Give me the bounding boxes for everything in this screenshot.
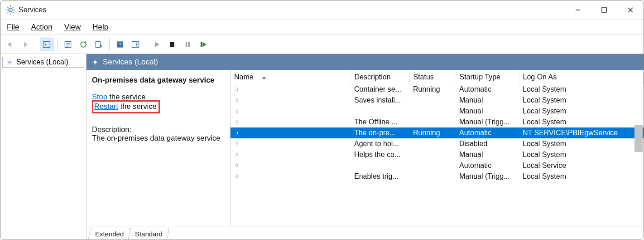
- description-text: The on-premises data gateway service: [92, 134, 224, 142]
- restart-service-button[interactable]: [196, 38, 210, 51]
- service-startup-type: Disabled: [456, 138, 519, 149]
- service-description: Saves install...: [351, 95, 409, 106]
- service-log-on-as: Local System: [519, 171, 644, 182]
- column-header-log-on-as[interactable]: Log On As: [519, 70, 644, 84]
- svg-marker-22: [83, 41, 86, 44]
- pane-header: Services (Local): [87, 54, 644, 70]
- service-startup-type: Manual (Trigg...: [456, 171, 519, 182]
- start-service-button[interactable]: [150, 38, 163, 51]
- separator: [57, 39, 58, 50]
- service-log-on-as: Local Service: [519, 160, 644, 171]
- service-log-on-as: Local System: [519, 84, 644, 95]
- stop-service-link[interactable]: Stop: [92, 93, 107, 101]
- service-row[interactable]: OpenSSH Authentication Ag...Agent to hol…: [231, 138, 644, 149]
- help-button[interactable]: ?: [113, 38, 127, 51]
- service-status: [409, 160, 456, 171]
- service-log-on-as: Local System: [519, 95, 644, 106]
- svg-point-118: [237, 175, 238, 178]
- toolbar: ?: [0, 35, 644, 54]
- svg-line-78: [236, 120, 237, 121]
- separator: [109, 39, 110, 50]
- services-node-icon: [5, 58, 14, 66]
- service-description: [351, 160, 409, 171]
- svg-line-51: [236, 87, 237, 88]
- selected-service-name: On-premises data gateway service: [92, 76, 224, 84]
- service-log-on-as: Local System: [519, 117, 644, 127]
- svg-rect-33: [188, 42, 190, 47]
- service-row[interactable]: On-premises data gateway s...The on-pre.…: [231, 127, 644, 138]
- svg-point-36: [8, 61, 10, 63]
- restart-service-link[interactable]: Restart: [94, 102, 118, 110]
- service-row[interactable]: OfficeSvcManagerAddonsManualLocal System: [231, 106, 644, 117]
- export-list-button[interactable]: [92, 38, 106, 51]
- svg-marker-13: [8, 42, 11, 47]
- pause-service-button[interactable]: [181, 38, 194, 51]
- service-log-on-as: Local System: [519, 149, 644, 160]
- menu-view[interactable]: View: [62, 22, 83, 33]
- svg-line-105: [236, 152, 237, 153]
- service-log-on-as: NT SERVICE\PBIEgwService: [519, 127, 644, 138]
- menu-file[interactable]: File: [5, 22, 21, 33]
- svg-point-0: [9, 8, 12, 12]
- column-header-name[interactable]: Name: [231, 70, 351, 84]
- service-row[interactable]: Office 64 Source EngineSaves install...M…: [231, 95, 644, 106]
- services-app-icon: [5, 5, 16, 15]
- menu-help[interactable]: Help: [91, 22, 110, 33]
- tab-standard[interactable]: Standard: [128, 228, 170, 240]
- maximize-button[interactable]: [591, 0, 617, 19]
- close-button[interactable]: [617, 0, 644, 19]
- services-list[interactable]: Name Description Status Startup Type Log…: [231, 70, 644, 226]
- service-row[interactable]: P9RdrService_144778Enables trig...Manual…: [231, 171, 644, 182]
- window-title: Services: [19, 6, 46, 14]
- service-description: Container se...: [351, 84, 409, 95]
- back-button[interactable]: [3, 38, 17, 51]
- service-icon: [234, 151, 238, 159]
- forward-button[interactable]: [19, 38, 32, 51]
- stop-service-suffix: the service: [107, 93, 145, 101]
- minimize-button[interactable]: [565, 0, 591, 19]
- service-status: [409, 95, 456, 106]
- svg-rect-32: [186, 42, 187, 47]
- column-header-status[interactable]: Status: [409, 70, 456, 84]
- column-header-description[interactable]: Description: [351, 70, 409, 84]
- tab-extended[interactable]: Extended: [88, 228, 131, 240]
- svg-marker-14: [24, 42, 28, 47]
- service-description: [351, 106, 409, 117]
- svg-line-80: [236, 123, 237, 124]
- svg-line-7: [7, 12, 9, 13]
- menu-action[interactable]: Action: [29, 22, 54, 33]
- svg-text:?: ?: [119, 41, 122, 47]
- show-hide-actionpane-button[interactable]: [129, 38, 142, 51]
- svg-line-123: [236, 174, 237, 175]
- menu-bar: File Action View Help: [0, 20, 644, 35]
- service-log-on-as: Local System: [519, 106, 644, 117]
- stop-service-button[interactable]: [165, 38, 179, 51]
- svg-rect-31: [170, 42, 174, 47]
- pane-header-icon: [91, 58, 99, 66]
- vertical-scrollbar-thumb[interactable]: [634, 125, 643, 152]
- service-icon: [234, 162, 238, 170]
- refresh-button[interactable]: [77, 38, 90, 51]
- svg-point-46: [237, 88, 238, 91]
- service-row[interactable]: NVIDIA Display Container LSContainer se.…: [231, 84, 644, 95]
- svg-point-82: [237, 132, 238, 134]
- view-tabs: Extended Standard: [87, 226, 644, 240]
- tree-node-services-local[interactable]: Services (Local): [2, 57, 84, 68]
- service-status: [409, 149, 456, 160]
- svg-line-114: [236, 163, 237, 164]
- service-description: Agent to hol...: [351, 138, 409, 149]
- properties-button[interactable]: [61, 38, 75, 51]
- show-hide-tree-button[interactable]: [40, 38, 53, 51]
- service-description: The Offline ...: [351, 117, 409, 127]
- svg-line-89: [236, 134, 237, 135]
- service-status: [409, 138, 456, 149]
- service-row[interactable]: Optimize drivesHelps the co...ManualLoca…: [231, 149, 644, 160]
- column-header-row: Name Description Status Startup Type Log…: [231, 70, 644, 84]
- column-header-startup-type[interactable]: Startup Type: [456, 70, 519, 84]
- service-startup-type: Automatic: [456, 127, 519, 138]
- service-row[interactable]: OracleOraClient12Home2MT...AutomaticLoca…: [231, 160, 644, 171]
- svg-line-8: [12, 7, 14, 8]
- service-row[interactable]: Offline FilesThe Offline ...Manual (Trig…: [231, 117, 644, 127]
- svg-line-116: [236, 167, 237, 168]
- svg-line-107: [236, 156, 237, 157]
